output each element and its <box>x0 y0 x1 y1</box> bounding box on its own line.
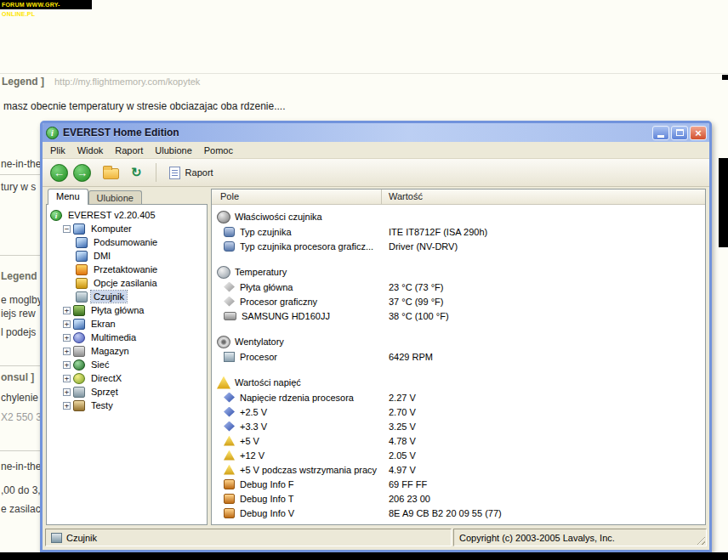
multimedia-icon <box>73 332 85 343</box>
tree-item[interactable]: +Magazyn <box>47 344 207 358</box>
field-label: +2.5 V <box>240 407 267 417</box>
expand-icon[interactable]: + <box>63 361 71 369</box>
list-row[interactable]: SAMSUNG HD160JJ38 °C (100 °F) <box>212 308 705 323</box>
expand-icon[interactable]: + <box>63 375 71 382</box>
expand-icon[interactable]: + <box>63 320 71 328</box>
back-button[interactable] <box>50 164 68 182</box>
tree-item[interactable]: +Testy <box>47 399 207 412</box>
bg-text-fragment: ne-in-the- <box>1 461 44 472</box>
list-row[interactable]: Debug Info F69 FF FF <box>212 477 705 491</box>
forum-banner: FORUM WWW.GRY-ONLINE.PL <box>0 0 92 9</box>
column-header-wartosc[interactable]: Wartość <box>382 189 705 204</box>
tree-item[interactable]: EVEREST v2.20.405 <box>47 208 207 222</box>
field-cell: SAMSUNG HD160JJ <box>212 311 382 321</box>
page-bottom-bar <box>0 552 728 560</box>
tree-item[interactable]: DMI <box>47 249 207 263</box>
resize-grip[interactable] <box>695 535 705 545</box>
value-cell: 2.70 V <box>382 407 705 417</box>
group-title: Wartości napięć <box>235 377 301 387</box>
tree-item[interactable]: +Ekran <box>47 317 207 331</box>
list-row[interactable]: Napięcie rdzenia procesora2.27 V <box>212 390 705 404</box>
tree-item[interactable]: Opcje zasilania <box>47 276 207 290</box>
hdd-icon <box>224 312 236 320</box>
everest-app-icon[interactable]: i <box>46 127 59 139</box>
volt-yellow-icon <box>224 450 235 461</box>
tree-item[interactable]: Czujnik <box>47 290 207 303</box>
tree-item[interactable]: −Komputer <box>47 222 207 235</box>
list-row[interactable]: Debug Info V8E A9 CB B2 20 09 55 (77) <box>212 506 705 520</box>
menu-item-pomoc[interactable]: Pomoc <box>198 144 239 157</box>
value-cell: 38 °C (100 °F) <box>382 311 705 321</box>
field-cell: Procesor graficzny <box>212 297 382 307</box>
tree-item[interactable]: +Sprzęt <box>47 385 207 399</box>
list-row[interactable]: +5 V podczas wstrzymania pracy4.97 V <box>212 462 705 477</box>
open-folder-button[interactable] <box>103 168 119 179</box>
legend-url-link[interactable]: http://my.flightmemory.com/kopytek <box>54 76 200 87</box>
menu-item-plik[interactable]: Plik <box>44 144 71 157</box>
expand-icon[interactable]: + <box>63 334 71 342</box>
list-row[interactable]: Procesor graficzny37 °C (99 °F) <box>212 294 705 308</box>
list-row[interactable]: Debug Info T206 23 00 <box>212 491 705 506</box>
debug-icon <box>224 494 235 504</box>
list-row[interactable]: +3.3 V3.25 V <box>212 419 705 433</box>
expand-icon[interactable]: + <box>63 307 71 314</box>
sensor-list: Właściwości czujnikaTyp czujnikaITE IT87… <box>212 205 705 524</box>
close-button[interactable] <box>690 126 707 140</box>
expand-icon[interactable]: + <box>63 402 71 410</box>
status-section-panel: Czujnik <box>45 529 452 546</box>
window-title: EVEREST Home Edition <box>63 127 651 139</box>
maximize-button[interactable] <box>671 126 688 140</box>
list-row[interactable]: +5 V4.78 V <box>212 433 705 448</box>
value-cell: 23 °C (73 °F) <box>382 282 705 292</box>
bg-text-fragment: onsul ] <box>1 371 34 383</box>
column-header-pole[interactable]: Pole <box>212 189 382 204</box>
refresh-button[interactable] <box>131 165 142 180</box>
group-header: Wartości napięć <box>212 375 705 390</box>
tab-menu[interactable]: Menu <box>48 189 88 205</box>
list-group: TemperaturyPłyta główna23 °C (73 °F)Proc… <box>212 264 705 323</box>
tree-item-label: Sprzęt <box>88 386 121 398</box>
group-header: Właściwości czujnika <box>212 209 705 224</box>
toolbar-separator <box>156 163 156 182</box>
menu-item-widok[interactable]: Widok <box>71 144 110 157</box>
bg-text-fragment: tury w s <box>1 181 36 193</box>
list-row[interactable]: Typ czujnikaITE IT8712F (ISA 290h) <box>212 224 705 239</box>
group-title: Wentylatory <box>235 337 284 347</box>
power-icon <box>76 278 88 289</box>
everest-window: i EVEREST Home Edition PlikWidokRaportUl… <box>40 121 712 552</box>
tree-item-label: DirectX <box>88 372 124 384</box>
page-edge-artifact <box>722 75 728 80</box>
list-row[interactable]: +2.5 V2.70 V <box>212 404 705 419</box>
tree-item[interactable]: +DirectX <box>47 371 207 385</box>
tree-item[interactable]: +Płyta główna <box>47 303 207 317</box>
tree-item[interactable]: Podsumowanie <box>47 235 207 249</box>
menu-item-ulubione[interactable]: Ulubione <box>149 144 197 157</box>
value-cell: 37 °C (99 °F) <box>382 297 705 307</box>
value-cell: 4.78 V <box>382 436 705 446</box>
list-row[interactable]: Typ czujnika procesora graficz...Driver … <box>212 239 705 253</box>
sensor-status-icon <box>51 533 62 543</box>
page-rule <box>0 365 40 366</box>
report-button[interactable]: Raport <box>163 164 219 182</box>
title-bar[interactable]: i EVEREST Home Edition <box>43 123 709 142</box>
field-label: Typ czujnika procesora graficz... <box>240 241 373 252</box>
tree-item[interactable]: Przetaktowanie <box>47 263 207 276</box>
tree-item[interactable]: +Multimedia <box>47 331 207 344</box>
expand-icon[interactable]: + <box>63 388 71 396</box>
field-cell: +3.3 V <box>212 421 382 432</box>
list-row[interactable]: Płyta główna23 °C (73 °F) <box>212 280 705 294</box>
pane-tabs: Menu Ulubione <box>46 189 208 205</box>
minimize-button[interactable] <box>652 126 669 140</box>
tree-item-label: Podsumowanie <box>91 236 160 248</box>
tab-ulubione[interactable]: Ulubione <box>88 190 142 205</box>
collapse-icon[interactable]: − <box>63 225 71 233</box>
voltage-icon <box>217 376 230 389</box>
list-row[interactable]: +12 V2.05 V <box>212 448 705 462</box>
list-row[interactable]: Procesor6429 RPM <box>212 349 705 364</box>
expand-icon[interactable]: + <box>63 348 71 355</box>
fan-icon <box>217 336 230 348</box>
menu-item-raport[interactable]: Raport <box>109 144 149 157</box>
tree-item[interactable]: +Sieć <box>47 358 207 371</box>
forward-button[interactable] <box>73 164 91 182</box>
field-label: Debug Info T <box>240 494 293 504</box>
